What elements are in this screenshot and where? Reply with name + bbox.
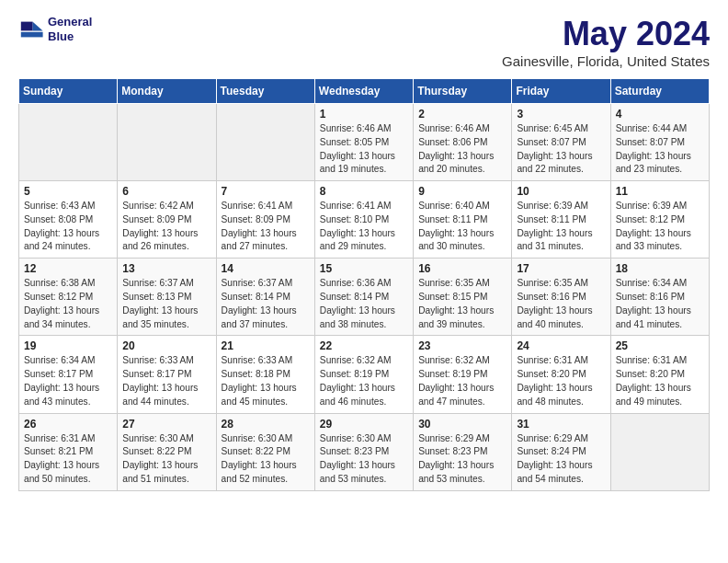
day-number: 7 [222,185,310,198]
day-cell: 10Sunrise: 6:39 AM Sunset: 8:11 PM Dayli… [512,181,610,259]
day-number: 23 [418,339,506,352]
logo: General Blue [18,15,92,43]
day-number: 5 [24,185,112,198]
week-row-4: 19Sunrise: 6:34 AM Sunset: 8:17 PM Dayli… [19,336,710,413]
day-number: 25 [616,339,704,352]
day-cell: 1Sunrise: 6:46 AM Sunset: 8:05 PM Daylig… [314,104,413,181]
day-number: 31 [517,418,605,431]
day-info: Sunrise: 6:39 AM Sunset: 8:12 PM Dayligh… [616,200,704,254]
day-number: 19 [24,339,112,352]
day-info: Sunrise: 6:45 AM Sunset: 8:07 PM Dayligh… [517,122,605,177]
day-cell: 15Sunrise: 6:36 AM Sunset: 8:14 PM Dayli… [314,259,413,336]
day-cell: 23Sunrise: 6:32 AM Sunset: 8:19 PM Dayli… [414,336,512,413]
day-number: 24 [517,339,605,352]
day-info: Sunrise: 6:39 AM Sunset: 8:11 PM Dayligh… [517,200,605,254]
calendar-table: SundayMondayTuesdayWednesdayThursdayFrid… [18,78,710,491]
day-info: Sunrise: 6:37 AM Sunset: 8:13 PM Dayligh… [122,277,210,331]
day-number: 20 [122,339,210,352]
day-number: 9 [418,185,506,198]
logo-line2: Blue [48,29,92,44]
day-cell: 7Sunrise: 6:41 AM Sunset: 8:09 PM Daylig… [216,181,314,259]
day-cell: 30Sunrise: 6:29 AM Sunset: 8:23 PM Dayli… [414,413,512,490]
day-info: Sunrise: 6:41 AM Sunset: 8:09 PM Dayligh… [222,200,310,254]
day-info: Sunrise: 6:30 AM Sunset: 8:23 PM Dayligh… [320,432,408,487]
day-info: Sunrise: 6:43 AM Sunset: 8:08 PM Dayligh… [24,200,112,254]
day-cell: 12Sunrise: 6:38 AM Sunset: 8:12 PM Dayli… [19,259,118,336]
day-cell: 21Sunrise: 6:33 AM Sunset: 8:18 PM Dayli… [216,336,314,413]
day-number: 11 [616,185,704,198]
week-row-1: 1Sunrise: 6:46 AM Sunset: 8:05 PM Daylig… [19,104,710,181]
day-number: 27 [122,418,210,431]
day-cell: 18Sunrise: 6:34 AM Sunset: 8:16 PM Dayli… [610,259,709,336]
day-info: Sunrise: 6:32 AM Sunset: 8:19 PM Dayligh… [320,354,408,408]
day-info: Sunrise: 6:34 AM Sunset: 8:17 PM Dayligh… [24,354,112,408]
day-cell: 13Sunrise: 6:37 AM Sunset: 8:13 PM Dayli… [118,259,216,336]
logo-line1: General [48,15,92,29]
day-info: Sunrise: 6:31 AM Sunset: 8:20 PM Dayligh… [616,354,704,408]
day-cell: 4Sunrise: 6:44 AM Sunset: 8:07 PM Daylig… [610,104,709,181]
day-cell: 26Sunrise: 6:31 AM Sunset: 8:21 PM Dayli… [19,413,118,490]
day-number: 8 [320,185,408,198]
day-cell: 22Sunrise: 6:32 AM Sunset: 8:19 PM Dayli… [314,336,413,413]
day-info: Sunrise: 6:42 AM Sunset: 8:09 PM Dayligh… [122,200,210,254]
day-number: 10 [517,185,605,198]
day-number: 18 [616,262,704,275]
day-info: Sunrise: 6:40 AM Sunset: 8:11 PM Dayligh… [418,200,506,254]
day-info: Sunrise: 6:29 AM Sunset: 8:24 PM Dayligh… [517,432,605,487]
header-cell-tuesday: Tuesday [216,79,314,104]
day-info: Sunrise: 6:44 AM Sunset: 8:07 PM Dayligh… [616,122,704,177]
day-info: Sunrise: 6:29 AM Sunset: 8:23 PM Dayligh… [418,432,506,487]
day-info: Sunrise: 6:33 AM Sunset: 8:17 PM Dayligh… [122,354,210,408]
day-cell [118,104,216,181]
day-number: 26 [24,418,112,431]
calendar-header: SundayMondayTuesdayWednesdayThursdayFrid… [19,79,710,104]
day-cell: 11Sunrise: 6:39 AM Sunset: 8:12 PM Dayli… [610,181,709,259]
day-number: 22 [320,339,408,352]
day-number: 13 [122,262,210,275]
day-info: Sunrise: 6:35 AM Sunset: 8:15 PM Dayligh… [418,277,506,331]
day-info: Sunrise: 6:31 AM Sunset: 8:21 PM Dayligh… [24,432,112,487]
day-number: 29 [320,418,408,431]
day-cell: 28Sunrise: 6:30 AM Sunset: 8:22 PM Dayli… [216,413,314,490]
day-info: Sunrise: 6:33 AM Sunset: 8:18 PM Dayligh… [222,354,310,408]
day-cell: 27Sunrise: 6:30 AM Sunset: 8:22 PM Dayli… [118,413,216,490]
day-cell: 25Sunrise: 6:31 AM Sunset: 8:20 PM Dayli… [610,336,709,413]
day-cell: 31Sunrise: 6:29 AM Sunset: 8:24 PM Dayli… [512,413,610,490]
day-number: 6 [122,185,210,198]
day-number: 14 [222,262,310,275]
week-row-3: 12Sunrise: 6:38 AM Sunset: 8:12 PM Dayli… [19,259,710,336]
day-cell: 8Sunrise: 6:41 AM Sunset: 8:10 PM Daylig… [314,181,413,259]
day-info: Sunrise: 6:32 AM Sunset: 8:19 PM Dayligh… [418,354,506,408]
day-cell: 2Sunrise: 6:46 AM Sunset: 8:06 PM Daylig… [414,104,512,181]
day-cell [216,104,314,181]
day-info: Sunrise: 6:41 AM Sunset: 8:10 PM Dayligh… [320,200,408,254]
day-cell: 9Sunrise: 6:40 AM Sunset: 8:11 PM Daylig… [414,181,512,259]
week-row-5: 26Sunrise: 6:31 AM Sunset: 8:21 PM Dayli… [19,413,710,490]
day-cell: 19Sunrise: 6:34 AM Sunset: 8:17 PM Dayli… [19,336,118,413]
logo-icon [18,17,44,42]
day-number: 12 [24,262,112,275]
day-number: 1 [320,108,408,121]
day-cell: 16Sunrise: 6:35 AM Sunset: 8:15 PM Dayli… [414,259,512,336]
day-number: 15 [320,262,408,275]
day-number: 2 [418,108,506,121]
header-cell-saturday: Saturday [610,79,709,104]
header-cell-thursday: Thursday [414,79,512,104]
day-cell: 17Sunrise: 6:35 AM Sunset: 8:16 PM Dayli… [512,259,610,336]
day-info: Sunrise: 6:31 AM Sunset: 8:20 PM Dayligh… [517,354,605,408]
day-info: Sunrise: 6:46 AM Sunset: 8:05 PM Dayligh… [320,122,408,177]
day-info: Sunrise: 6:30 AM Sunset: 8:22 PM Dayligh… [222,432,310,487]
header-cell-friday: Friday [512,79,610,104]
day-cell: 5Sunrise: 6:43 AM Sunset: 8:08 PM Daylig… [19,181,118,259]
day-info: Sunrise: 6:37 AM Sunset: 8:14 PM Dayligh… [222,277,310,331]
day-cell: 20Sunrise: 6:33 AM Sunset: 8:17 PM Dayli… [118,336,216,413]
day-cell: 14Sunrise: 6:37 AM Sunset: 8:14 PM Dayli… [216,259,314,336]
calendar-body: 1Sunrise: 6:46 AM Sunset: 8:05 PM Daylig… [19,104,710,491]
header-row: SundayMondayTuesdayWednesdayThursdayFrid… [19,79,710,104]
day-info: Sunrise: 6:36 AM Sunset: 8:14 PM Dayligh… [320,277,408,331]
svg-rect-2 [21,21,33,30]
day-number: 21 [222,339,310,352]
day-info: Sunrise: 6:38 AM Sunset: 8:12 PM Dayligh… [24,277,112,331]
day-cell: 24Sunrise: 6:31 AM Sunset: 8:20 PM Dayli… [512,336,610,413]
day-cell [610,413,709,490]
